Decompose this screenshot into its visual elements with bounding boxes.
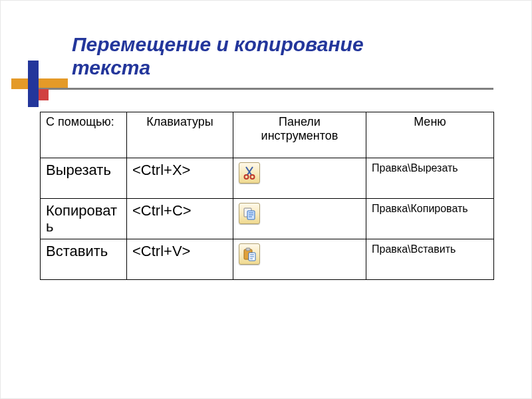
header-keyboard: Клавиатуры [127, 112, 233, 158]
title-line-2: текста [72, 57, 150, 78]
table-row: Копировать <Ctrl+C> Правка\Копировать [41, 199, 494, 239]
decor-navy-block [28, 61, 39, 107]
table-header-row: С помощью: Клавиатуры Панели инструменто… [41, 112, 494, 158]
copy-button[interactable] [239, 203, 260, 224]
scissors-icon [242, 166, 257, 180]
action-cut: Вырезать [41, 158, 127, 199]
menu-copy: Правка\Копировать [366, 199, 494, 239]
header-using: С помощью: [41, 112, 127, 158]
svg-rect-10 [246, 248, 250, 251]
paste-icon [242, 247, 257, 261]
slide: Перемещение и копирование текста С помощ… [0, 0, 532, 399]
decor-red-block [38, 89, 49, 100]
svg-point-3 [251, 175, 255, 179]
key-cut: <Ctrl+X> [127, 158, 233, 199]
shortcuts-table: С помощью: Клавиатуры Панели инструменто… [40, 112, 494, 280]
action-copy: Копировать [41, 199, 127, 239]
key-copy: <Ctrl+C> [127, 199, 233, 239]
toolbar-copy-cell [233, 199, 366, 239]
key-paste: <Ctrl+V> [127, 239, 233, 280]
title-line-1: Перемещение и копирование [72, 33, 364, 55]
toolbar-cut-cell [233, 158, 366, 199]
table-row: Вырезать <Ctrl+X> Правка\Вырезать [41, 158, 494, 199]
toolbar-paste-cell [233, 239, 366, 280]
copy-icon [242, 206, 257, 221]
menu-cut: Правка\Вырезать [366, 158, 494, 199]
svg-point-2 [245, 175, 249, 179]
table-row: Вставить <Ctrl+V> Правка\Вст [41, 239, 494, 280]
header-menu: Меню [366, 112, 494, 158]
decor-gray-line [28, 88, 493, 90]
paste-button[interactable] [239, 243, 260, 265]
slide-title: Перемещение и копирование текста [72, 33, 471, 79]
action-paste: Вставить [41, 239, 127, 280]
menu-paste: Правка\Вставить [366, 239, 494, 280]
cut-button[interactable] [239, 162, 260, 184]
header-toolbar: Панели инструментов [233, 112, 366, 158]
